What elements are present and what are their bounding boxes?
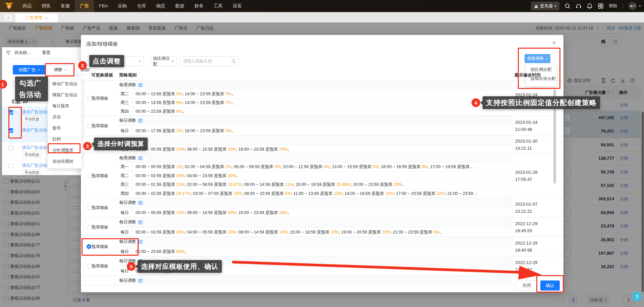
tab-label: 广告管理 — [26, 15, 42, 21]
create-ad-button[interactable]: 创建广告∨ — [13, 65, 46, 74]
highlight-box-hourly-budget — [48, 143, 81, 153]
top-menu-item-FBA[interactable]: FBA — [94, 0, 113, 12]
campaign-name-link[interactable]: 演示广告活动 — [22, 109, 47, 115]
modified-date: 2023-01-29 — [515, 169, 553, 176]
template-radio[interactable] — [87, 123, 91, 128]
menu-item-暂停[interactable]: 暂停 — [48, 123, 82, 134]
step-4-tooltip: 支持按照比例固定值分配创建策略 — [483, 96, 600, 109]
adjust-mode-row: 每日调整 — [119, 217, 512, 227]
marketplace-selector[interactable]: a 亚马逊 ▾ — [531, 2, 559, 10]
type-filter-select[interactable]: 按比例分配∨ — [150, 56, 177, 66]
top-menu-item-工具[interactable]: 工具 — [208, 0, 228, 12]
modified-time: 13:21:21 — [515, 208, 553, 215]
filter-template-button[interactable]: 筛选模... — [14, 50, 31, 56]
rule-text: 00:00 ~ 03:59 原预算 20%; 04:00 ~ 05:59 原预算… — [133, 229, 444, 235]
schedule-row: 周四00:00 ~ 02:59 原预算 29.17%; 03:00 ~ 07:5… — [119, 189, 512, 198]
page: 商品销售客服广告FBA采购仓库物流数据财务工具设置 a 亚马逊 ▾ 帮助 | 账… — [0, 0, 644, 307]
top-menu-item-采购[interactable]: 采购 — [113, 0, 132, 12]
help-link[interactable]: 帮助 — [609, 3, 617, 9]
modified-time: 17:05:47 — [515, 176, 553, 183]
rule-text: 00:00 ~ 02:59 原预算 29.17%; 03:00 ~ 07:59 … — [133, 191, 478, 197]
campaign-name-link[interactable]: 演示广告活动 — [22, 145, 47, 151]
top-menu-item-仓库[interactable]: 仓库 — [132, 0, 151, 12]
campaign-checkbox[interactable] — [8, 163, 13, 168]
rule-text: 00:00 ~ 03:59 原预算 40%; 04:00 ~ 23:59 原预算… — [133, 173, 240, 179]
schedule-row: 每日00:00 ~ 23:59 原预算 90%。 — [119, 247, 512, 256]
notification-bell-icon[interactable] — [587, 3, 593, 9]
view-template-icon[interactable] — [138, 201, 143, 205]
modified-time: 18:40:56 — [515, 247, 553, 254]
amazon-logo-icon: a — [534, 4, 538, 8]
adjust-mode-row: 每日调整 — [119, 237, 512, 247]
view-template-icon[interactable] — [138, 83, 143, 87]
modified-time: 21:00:46 — [515, 126, 553, 133]
rule-text: 00:00 ~ 13:59 原预算 5%; 14:00 ~ 23:59 原预算 … — [133, 91, 236, 97]
col-strategy-rules: 策略规则 — [119, 72, 137, 78]
last-modified-cell: 2023-01-3014:21:11 — [512, 136, 553, 153]
day-label: 周二 — [119, 90, 133, 98]
template-radio[interactable] — [87, 173, 91, 178]
adjust-mode-row: 每周调整 — [119, 154, 512, 162]
rule-text: 00:00 ~ 05:59 原预算 10%; 06:00 ~ 14:59 原预算… — [133, 210, 292, 216]
reset-button[interactable]: 重置 — [42, 50, 50, 56]
top-menu-item-销售[interactable]: 销售 — [37, 0, 56, 12]
template-search-input[interactable]: 请输入模板名称 — [180, 56, 239, 66]
adjust-mode-row: 每日调整 — [119, 116, 512, 125]
manual-targeting-tag: 手动投放 — [22, 116, 42, 122]
menu-item-移动广告组合[interactable]: 移动广告组合 — [48, 79, 82, 90]
apps-grid-icon[interactable] — [598, 3, 604, 9]
view-template-icon[interactable] — [138, 118, 143, 123]
template-group: 每日调整每日00:00 ~ 03:59 原预算 20%; 04:00 ~ 05:… — [81, 217, 563, 237]
menu-item-每日预算[interactable]: 每日预算 — [48, 101, 82, 112]
add-transfer-template-modal: 添加/转移模板 × ∨ 按比例分配∨ 请输入模板名称 创建策略∧ 按比例分配按固… — [81, 35, 563, 292]
view-template-icon[interactable] — [138, 220, 143, 224]
campaign-checkbox[interactable] — [8, 146, 13, 150]
view-template-icon[interactable] — [138, 240, 143, 244]
top-menu-item-商品[interactable]: 商品 — [17, 0, 37, 12]
tab-bar: ⌂ 广告管理 × — [0, 12, 644, 22]
view-template-icon[interactable] — [138, 156, 143, 160]
rule-text: 00:00 ~ 23:59 原预算 6%。 — [133, 109, 187, 114]
help-bubble-button[interactable]: ? — [632, 292, 642, 301]
template-name: 预算模板 — [92, 173, 108, 179]
headset-icon[interactable] — [576, 3, 582, 9]
template-table-body: 每周调整周二00:00 ~ 13:59 原预算 5%; 14:00 ~ 23:5… — [81, 81, 563, 285]
search-icon[interactable] — [564, 3, 571, 9]
campaign-name-link[interactable]: 演示广告活动 — [22, 127, 47, 133]
brand-logo-icon[interactable] — [3, 1, 15, 11]
template-radio[interactable] — [87, 264, 91, 268]
day-label: 每日 — [119, 208, 133, 217]
close-button[interactable]: 关闭 — [516, 280, 537, 291]
template-radio[interactable] — [87, 96, 91, 101]
last-modified-cell: 2022-12-2918:45:53 — [512, 217, 553, 237]
menu-item-移除广告组合[interactable]: 移除广告组合 — [48, 90, 82, 101]
menu-item-自动化规则[interactable]: 自动化规则 — [48, 156, 82, 167]
rule-text: 00:00 ~ 23:59 原预算 90%。 — [133, 249, 189, 255]
top-menu-item-物流[interactable]: 物流 — [151, 0, 170, 12]
template-radio[interactable] — [87, 205, 91, 210]
schedule-row: 周四00:00 ~ 23:59 原预算 6%。 — [119, 107, 512, 116]
tab-close-icon[interactable]: × — [45, 16, 47, 20]
step-3-tooltip: 选择分时调预算 — [94, 138, 148, 150]
top-menu-item-数据[interactable]: 数据 — [170, 0, 189, 12]
modal-close-icon[interactable]: × — [552, 39, 556, 47]
template-name: 预算模板 — [92, 205, 108, 211]
modified-date: 2023-02-24 — [515, 119, 553, 126]
top-menu-item-设置[interactable]: 设置 — [228, 0, 247, 12]
menu-item-开启[interactable]: 开启 — [48, 112, 82, 123]
schedule-row: 每日00:00 ~ 05:59 原预算 10%; 06:00 ~ 15:59 原… — [119, 145, 512, 154]
tab-ad-management[interactable]: 广告管理 × — [15, 13, 58, 22]
adjust-mode-row: 每日调整 — [119, 198, 512, 208]
schedule-row: 周三00:00 ~ 01:59 原预算 15%; 02:00 ~ 08:59 原… — [119, 180, 512, 189]
avatar[interactable]: 账户 — [629, 2, 637, 10]
rule-text: 00:00 ~ 17:59 原预算 2%; 18:00 ~ 23:59 原预算 … — [133, 128, 236, 134]
schedule-row: 每日00:00 ~ 03:59 原预算 20%; 04:00 ~ 05:59 原… — [119, 227, 512, 237]
campaign-name-link[interactable]: 演示广告活动 — [22, 163, 47, 168]
top-menu-item-广告[interactable]: 广告 — [75, 0, 94, 12]
home-tab-icon[interactable]: ⌂ — [4, 14, 13, 21]
template-radio[interactable] — [87, 225, 91, 229]
top-menu-item-财务[interactable]: 财务 — [189, 0, 208, 12]
top-menu-item-客服[interactable]: 客服 — [56, 0, 75, 12]
view-template-icon[interactable] — [138, 278, 143, 283]
filter-funnel-icon[interactable] — [6, 51, 10, 55]
